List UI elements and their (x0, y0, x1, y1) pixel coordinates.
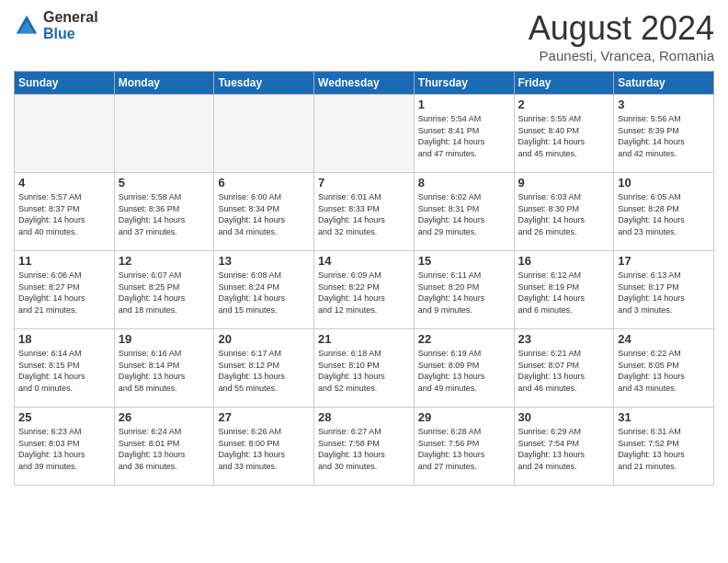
calendar-cell: 17Sunrise: 6:13 AM Sunset: 8:17 PM Dayli… (614, 251, 714, 329)
day-info: Sunrise: 6:14 AM Sunset: 8:15 PM Dayligh… (18, 348, 110, 394)
day-number: 6 (218, 176, 310, 190)
day-number: 1 (418, 98, 510, 111)
day-number: 11 (18, 254, 110, 268)
day-info: Sunrise: 6:31 AM Sunset: 7:52 PM Dayligh… (618, 426, 710, 472)
day-number: 9 (518, 176, 610, 190)
day-number: 23 (518, 332, 610, 346)
day-info: Sunrise: 6:06 AM Sunset: 8:27 PM Dayligh… (18, 270, 110, 316)
day-number: 3 (618, 98, 710, 111)
day-number: 26 (119, 410, 210, 424)
calendar-cell: 10Sunrise: 6:05 AM Sunset: 8:28 PM Dayli… (614, 173, 714, 251)
day-number: 31 (618, 410, 710, 424)
location: Paunesti, Vrancea, Romania (529, 48, 714, 63)
calendar-cell: 20Sunrise: 6:17 AM Sunset: 8:12 PM Dayli… (214, 329, 314, 408)
day-info: Sunrise: 6:05 AM Sunset: 8:28 PM Dayligh… (618, 191, 710, 237)
day-number: 28 (318, 410, 410, 424)
day-info: Sunrise: 6:28 AM Sunset: 7:56 PM Dayligh… (418, 426, 510, 472)
col-friday: Friday (514, 72, 614, 95)
calendar-cell: 9Sunrise: 6:03 AM Sunset: 8:30 PM Daylig… (514, 173, 614, 251)
calendar-cell: 21Sunrise: 6:18 AM Sunset: 8:10 PM Dayli… (314, 329, 415, 408)
day-number: 4 (18, 176, 110, 190)
day-info: Sunrise: 6:01 AM Sunset: 8:33 PM Dayligh… (318, 191, 410, 237)
calendar-week-1: 4Sunrise: 5:57 AM Sunset: 8:37 PM Daylig… (15, 173, 714, 251)
calendar-table: Sunday Monday Tuesday Wednesday Thursday… (14, 71, 714, 486)
logo-icon (14, 13, 40, 39)
calendar-cell: 23Sunrise: 6:21 AM Sunset: 8:07 PM Dayli… (514, 329, 614, 408)
day-info: Sunrise: 6:12 AM Sunset: 8:19 PM Dayligh… (518, 270, 610, 316)
day-info: Sunrise: 6:26 AM Sunset: 8:00 PM Dayligh… (218, 426, 310, 472)
day-info: Sunrise: 5:58 AM Sunset: 8:36 PM Dayligh… (119, 191, 210, 237)
day-number: 5 (119, 176, 210, 190)
calendar-cell: 19Sunrise: 6:16 AM Sunset: 8:14 PM Dayli… (114, 329, 214, 408)
calendar-week-2: 11Sunrise: 6:06 AM Sunset: 8:27 PM Dayli… (15, 251, 714, 329)
col-thursday: Thursday (414, 72, 514, 95)
calendar-cell: 25Sunrise: 6:23 AM Sunset: 8:03 PM Dayli… (15, 408, 115, 486)
day-info: Sunrise: 6:11 AM Sunset: 8:20 PM Dayligh… (418, 270, 510, 316)
calendar-cell: 31Sunrise: 6:31 AM Sunset: 7:52 PM Dayli… (614, 408, 714, 486)
day-info: Sunrise: 5:55 AM Sunset: 8:40 PM Dayligh… (518, 113, 610, 159)
day-info: Sunrise: 6:16 AM Sunset: 8:14 PM Dayligh… (119, 348, 210, 394)
calendar-cell: 12Sunrise: 6:07 AM Sunset: 8:25 PM Dayli… (114, 251, 214, 329)
calendar-cell (214, 95, 314, 173)
col-wednesday: Wednesday (314, 72, 415, 95)
calendar-cell: 6Sunrise: 6:00 AM Sunset: 8:34 PM Daylig… (214, 173, 314, 251)
calendar-cell: 11Sunrise: 6:06 AM Sunset: 8:27 PM Dayli… (15, 251, 115, 329)
calendar-week-4: 25Sunrise: 6:23 AM Sunset: 8:03 PM Dayli… (15, 408, 714, 486)
day-info: Sunrise: 6:18 AM Sunset: 8:10 PM Dayligh… (318, 348, 410, 394)
calendar-cell: 5Sunrise: 5:58 AM Sunset: 8:36 PM Daylig… (114, 173, 214, 251)
col-monday: Monday (114, 72, 214, 95)
calendar-cell: 29Sunrise: 6:28 AM Sunset: 7:56 PM Dayli… (414, 408, 514, 486)
day-number: 12 (119, 254, 210, 268)
day-info: Sunrise: 5:57 AM Sunset: 8:37 PM Dayligh… (18, 191, 110, 237)
day-info: Sunrise: 6:24 AM Sunset: 8:01 PM Dayligh… (119, 426, 210, 472)
col-sunday: Sunday (15, 72, 115, 95)
main-container: General Blue August 2024 Paunesti, Vranc… (0, 0, 728, 495)
month-year: August 2024 (529, 9, 714, 48)
day-number: 14 (318, 254, 410, 268)
day-info: Sunrise: 6:08 AM Sunset: 8:24 PM Dayligh… (218, 270, 310, 316)
day-number: 13 (218, 254, 310, 268)
calendar-week-3: 18Sunrise: 6:14 AM Sunset: 8:15 PM Dayli… (15, 329, 714, 408)
col-saturday: Saturday (614, 72, 714, 95)
calendar-cell: 22Sunrise: 6:19 AM Sunset: 8:09 PM Dayli… (414, 329, 514, 408)
calendar-cell: 3Sunrise: 5:56 AM Sunset: 8:39 PM Daylig… (614, 95, 714, 173)
calendar-cell: 14Sunrise: 6:09 AM Sunset: 8:22 PM Dayli… (314, 251, 415, 329)
day-info: Sunrise: 6:02 AM Sunset: 8:31 PM Dayligh… (418, 191, 510, 237)
logo: General Blue (14, 9, 98, 42)
day-number: 25 (18, 410, 110, 424)
day-number: 16 (518, 254, 610, 268)
day-info: Sunrise: 6:09 AM Sunset: 8:22 PM Dayligh… (318, 270, 410, 316)
day-info: Sunrise: 5:56 AM Sunset: 8:39 PM Dayligh… (618, 113, 710, 159)
day-number: 27 (218, 410, 310, 424)
calendar-cell: 26Sunrise: 6:24 AM Sunset: 8:01 PM Dayli… (114, 408, 214, 486)
day-number: 7 (318, 176, 410, 190)
calendar-cell: 8Sunrise: 6:02 AM Sunset: 8:31 PM Daylig… (414, 173, 514, 251)
day-number: 20 (218, 332, 310, 346)
title-section: August 2024 Paunesti, Vrancea, Romania (529, 9, 714, 63)
calendar-cell: 24Sunrise: 6:22 AM Sunset: 8:05 PM Dayli… (614, 329, 714, 408)
calendar-cell: 27Sunrise: 6:26 AM Sunset: 8:00 PM Dayli… (214, 408, 314, 486)
day-number: 30 (518, 410, 610, 424)
day-number: 22 (418, 332, 510, 346)
header: General Blue August 2024 Paunesti, Vranc… (14, 9, 714, 63)
logo-text: General Blue (43, 9, 98, 42)
calendar-cell: 13Sunrise: 6:08 AM Sunset: 8:24 PM Dayli… (214, 251, 314, 329)
day-info: Sunrise: 6:00 AM Sunset: 8:34 PM Dayligh… (218, 191, 310, 237)
day-number: 29 (418, 410, 510, 424)
day-info: Sunrise: 6:07 AM Sunset: 8:25 PM Dayligh… (119, 270, 210, 316)
day-number: 18 (18, 332, 110, 346)
day-number: 19 (119, 332, 210, 346)
calendar-cell: 30Sunrise: 6:29 AM Sunset: 7:54 PM Dayli… (514, 408, 614, 486)
calendar-cell (15, 95, 115, 173)
day-info: Sunrise: 6:23 AM Sunset: 8:03 PM Dayligh… (18, 426, 110, 472)
header-row: Sunday Monday Tuesday Wednesday Thursday… (15, 72, 714, 95)
day-number: 2 (518, 98, 610, 111)
day-info: Sunrise: 6:19 AM Sunset: 8:09 PM Dayligh… (418, 348, 510, 394)
calendar-cell: 28Sunrise: 6:27 AM Sunset: 7:58 PM Dayli… (314, 408, 415, 486)
day-number: 10 (618, 176, 710, 190)
calendar-cell (314, 95, 415, 173)
day-info: Sunrise: 6:22 AM Sunset: 8:05 PM Dayligh… (618, 348, 710, 394)
calendar-week-0: 1Sunrise: 5:54 AM Sunset: 8:41 PM Daylig… (15, 95, 714, 173)
calendar-cell: 1Sunrise: 5:54 AM Sunset: 8:41 PM Daylig… (414, 95, 514, 173)
day-info: Sunrise: 5:54 AM Sunset: 8:41 PM Dayligh… (418, 113, 510, 159)
